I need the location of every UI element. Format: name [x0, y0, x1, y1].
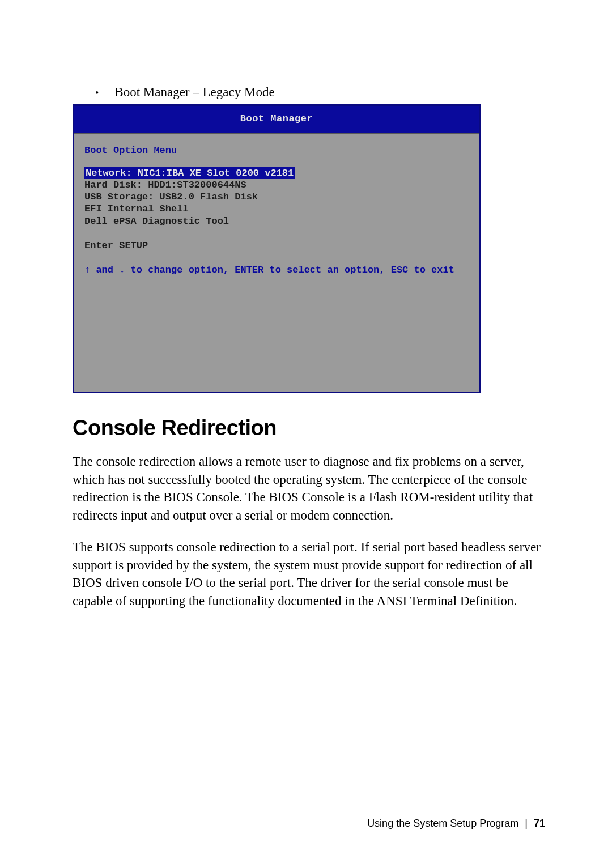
- bullet-text: Boot Manager – Legacy Mode: [114, 85, 274, 100]
- bullet-line: • Boot Manager – Legacy Mode: [95, 85, 545, 100]
- bios-header-title: Boot Manager: [74, 106, 479, 134]
- bios-help-text: ↑ and ↓ to change option, ENTER to selec…: [84, 264, 469, 276]
- bios-menu-title: Boot Option Menu: [84, 144, 469, 156]
- bios-option-efi[interactable]: EFI Internal Shell: [84, 203, 189, 215]
- page-footer: Using the System Setup Program | 71: [367, 818, 545, 829]
- section-heading: Console Redirection: [73, 416, 545, 440]
- bios-option-usb[interactable]: USB Storage: USB2.0 Flash Disk: [84, 191, 258, 203]
- bios-enter-setup[interactable]: Enter SETUP: [84, 240, 148, 252]
- bios-screenshot: Boot Manager Boot Option Menu Network: N…: [73, 104, 481, 393]
- bios-option-hdd[interactable]: Hard Disk: HDD1:ST32000644NS: [84, 179, 246, 191]
- paragraph-2: The BIOS supports console redirection to…: [73, 538, 545, 610]
- bullet-dot-icon: •: [95, 87, 99, 99]
- bios-option-network[interactable]: Network: NIC1:IBA XE Slot 0200 v2181: [84, 167, 295, 179]
- bios-body: Boot Option Menu Network: NIC1:IBA XE Sl…: [74, 134, 479, 282]
- footer-divider: |: [525, 818, 528, 829]
- footer-page-number: 71: [534, 818, 545, 829]
- paragraph-1: The console redirection allows a remote …: [73, 453, 545, 525]
- bios-option-diag[interactable]: Dell ePSA Diagnostic Tool: [84, 215, 229, 227]
- footer-text: Using the System Setup Program: [367, 818, 518, 829]
